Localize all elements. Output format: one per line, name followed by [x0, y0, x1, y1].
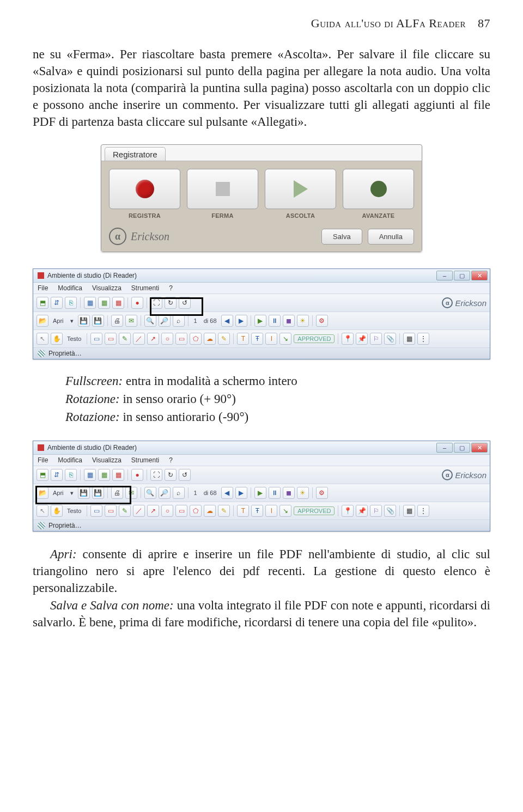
pin-icon[interactable]: 📌	[356, 505, 368, 517]
cursor-icon[interactable]: ↖	[37, 333, 48, 345]
prev-page-icon[interactable]: ◀	[221, 487, 233, 499]
saveas-icon[interactable]: 💾	[92, 487, 104, 499]
tool-icon[interactable]: ▦	[112, 297, 124, 309]
tool-icon[interactable]: I	[265, 333, 277, 345]
tool-icon[interactable]: Ŧ	[251, 505, 263, 517]
recorder-tab[interactable]: Registratore	[105, 147, 166, 161]
tool-icon[interactable]: Ŧ	[251, 333, 263, 345]
menu-help[interactable]: ?	[169, 456, 173, 464]
tool-icon[interactable]: ⇵	[51, 297, 63, 309]
tool-icon[interactable]: ⬠	[190, 505, 202, 517]
tool-icon[interactable]: ⬒	[37, 469, 48, 481]
rotate-ccw-button[interactable]: ↺	[179, 469, 191, 481]
next-page-icon[interactable]: ▶	[235, 487, 247, 499]
rotate-cw-button[interactable]: ↻	[165, 297, 177, 309]
maximize-button[interactable]: ▢	[454, 271, 470, 280]
tool-icon[interactable]: ⌕	[173, 487, 185, 499]
page-field[interactable]: 1	[192, 318, 199, 324]
save-icon[interactable]: 💾	[78, 487, 90, 499]
tool-icon[interactable]: ▭	[105, 333, 117, 345]
print-icon[interactable]: 🖨	[111, 487, 123, 499]
testo-label[interactable]: Testo	[65, 335, 83, 342]
tool-icon[interactable]: ↘	[279, 505, 291, 517]
open-button[interactable]: 📂	[37, 487, 48, 499]
tool-icon[interactable]: ⎘	[65, 297, 77, 309]
minimize-button[interactable]: –	[436, 271, 453, 280]
menu-file[interactable]: File	[38, 284, 48, 292]
tool-icon[interactable]: ☀	[297, 315, 309, 327]
tool-icon[interactable]: ✉	[125, 487, 137, 499]
menu-edit[interactable]: Modifica	[58, 284, 82, 292]
tool-icon[interactable]: ▦	[84, 469, 96, 481]
play-button[interactable]	[265, 169, 336, 209]
properties-bar[interactable]: Proprietà…	[33, 520, 490, 531]
pause-icon[interactable]: ⏸	[269, 487, 281, 499]
attach-icon[interactable]: 📎	[384, 505, 396, 517]
menu-edit[interactable]: Modifica	[58, 456, 82, 464]
tool-icon[interactable]: ☁	[204, 505, 216, 517]
approved-stamp[interactable]: APPROVED	[294, 506, 335, 515]
tool-icon[interactable]: ▦	[98, 469, 110, 481]
tool-icon[interactable]: ▭	[105, 505, 117, 517]
cancel-button[interactable]: Annulla	[368, 229, 414, 245]
menu-view[interactable]: Visualizza	[92, 284, 121, 292]
pin-icon[interactable]: 📌	[356, 333, 368, 345]
tool-icon[interactable]: ⬠	[190, 333, 202, 345]
tool-icon[interactable]: ↗	[147, 505, 159, 517]
tool-icon[interactable]: ▭	[175, 505, 187, 517]
open-button[interactable]: 📂	[37, 315, 48, 327]
tool-icon[interactable]: ▦	[84, 297, 96, 309]
tool-icon[interactable]: T	[237, 333, 249, 345]
tool-icon[interactable]: I	[265, 505, 277, 517]
tool-icon[interactable]: ●	[131, 297, 143, 309]
tool-icon[interactable]: ⎘	[65, 469, 77, 481]
maximize-button[interactable]: ▢	[454, 443, 470, 453]
tool-icon[interactable]: ▭	[175, 333, 187, 345]
tool-icon[interactable]: ⚐	[370, 505, 382, 517]
tool-icon[interactable]: ↘	[279, 333, 291, 345]
pause-icon[interactable]: ⏸	[269, 315, 281, 327]
attach-icon[interactable]: 📎	[384, 333, 396, 345]
prev-page-icon[interactable]: ◀	[221, 315, 233, 327]
tool-icon[interactable]: ☁	[204, 333, 216, 345]
hand-icon[interactable]: ✋	[51, 505, 63, 517]
menu-file[interactable]: File	[38, 456, 48, 464]
menu-tools[interactable]: Strumenti	[131, 284, 159, 292]
tool-icon[interactable]: ✎	[119, 505, 131, 517]
tool-icon[interactable]: 🔎	[159, 315, 171, 327]
pin-icon[interactable]: 📍	[342, 505, 354, 517]
fullscreen-button[interactable]: ⛶	[150, 469, 162, 481]
tool-icon[interactable]: ▦	[403, 333, 415, 345]
tool-icon[interactable]: 🔍	[144, 487, 156, 499]
close-button[interactable]: ✕	[471, 271, 488, 280]
tool-icon[interactable]: ▦	[112, 469, 124, 481]
tool-icon[interactable]: ◼	[283, 315, 295, 327]
tool-icon[interactable]: ●	[131, 469, 143, 481]
menu-view[interactable]: Visualizza	[92, 456, 121, 464]
tool-icon[interactable]: ⚐	[370, 333, 382, 345]
rotate-ccw-button[interactable]: ↺	[179, 297, 191, 309]
highlighter-icon[interactable]: ✎	[218, 505, 230, 517]
tool-icon[interactable]: ↗	[147, 333, 159, 345]
testo-label[interactable]: Testo	[65, 508, 83, 514]
menu-help[interactable]: ?	[169, 284, 173, 292]
tool-icon[interactable]: ☀	[297, 487, 309, 499]
tool-icon[interactable]: ✎	[119, 333, 131, 345]
fullscreen-button[interactable]: ⛶	[150, 297, 162, 309]
tool-icon[interactable]: ▭	[90, 333, 102, 345]
next-page-icon[interactable]: ▶	[235, 315, 247, 327]
page-field[interactable]: 1	[192, 490, 199, 496]
tool-icon[interactable]: ▦	[403, 505, 415, 517]
record-button[interactable]	[109, 169, 180, 209]
approved-stamp[interactable]: APPROVED	[294, 334, 335, 343]
play-icon[interactable]: ▶	[254, 315, 266, 327]
save-button[interactable]: Salva	[321, 229, 362, 245]
tool-icon[interactable]: ✉	[125, 315, 137, 327]
minimize-button[interactable]: –	[436, 443, 453, 453]
hand-icon[interactable]: ✋	[51, 333, 63, 345]
tool-icon[interactable]: ⚙	[316, 487, 328, 499]
print-icon[interactable]: 🖨	[111, 315, 123, 327]
rotate-cw-button[interactable]: ↻	[165, 469, 177, 481]
highlighter-icon[interactable]: ✎	[218, 333, 230, 345]
tool-icon[interactable]: ○	[161, 333, 173, 345]
